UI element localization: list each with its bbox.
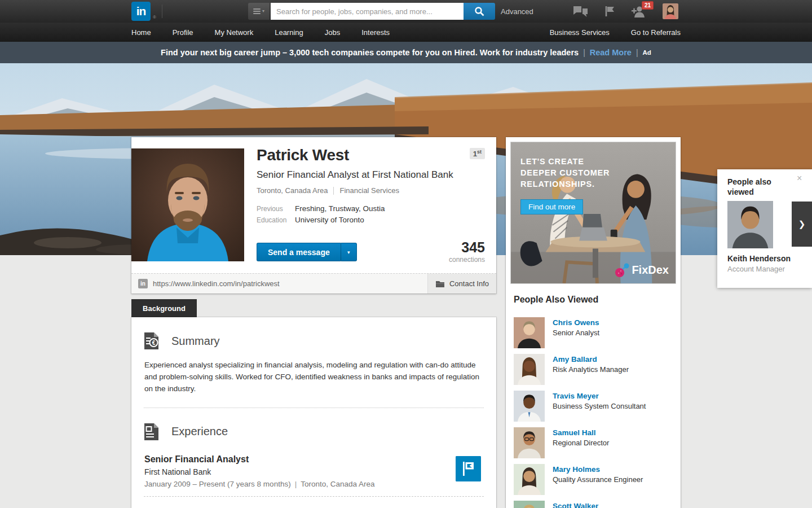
messages-button[interactable]	[573, 6, 588, 17]
person-name[interactable]: Mary Holmes	[553, 465, 643, 474]
profile-facts: Previous Freshing, Trustway, Oustia Educ…	[257, 204, 489, 224]
nav-my-network[interactable]: My Network	[215, 28, 254, 37]
popup-next-button[interactable]: ❯	[792, 202, 812, 247]
nav-business-services[interactable]: Business Services	[550, 28, 610, 37]
search-input[interactable]	[271, 3, 464, 20]
read-more-link[interactable]: Read More	[590, 48, 632, 57]
send-message-dropdown[interactable]: ▾	[341, 243, 357, 261]
people-also-viewed-list: Chris Owens Senior Analyst Amy Ballard R…	[514, 317, 673, 508]
person-title: Quality Assurance Engineer	[553, 475, 643, 484]
person-photo[interactable]	[514, 427, 545, 458]
list-item: Scott Walker	[514, 501, 673, 508]
person-text: Scott Walker	[553, 501, 598, 508]
connections-count: 345	[449, 240, 485, 255]
previous-value[interactable]: Freshing, Trustway, Oustia	[295, 204, 385, 213]
person-name[interactable]: Chris Owens	[553, 318, 599, 327]
advanced-search-link[interactable]: Advanced	[501, 7, 533, 16]
summary-title: Summary	[171, 335, 220, 348]
person-title: Risk Analytics Manager	[553, 365, 629, 374]
background-card-body: € Summary Experienced analyst specializi…	[131, 317, 496, 508]
search-button[interactable]	[464, 3, 495, 20]
experience-job-title[interactable]: Senior Financial Analyst	[144, 454, 484, 465]
profile-location[interactable]: Toronto, Canada Area	[257, 186, 328, 195]
person-name[interactable]: Amy Ballard	[553, 355, 629, 364]
experience-company[interactable]: First National Bank	[144, 467, 484, 476]
search-category-dropdown[interactable]: ▾	[248, 3, 270, 20]
contact-info-button[interactable]: Contact Info	[427, 274, 496, 294]
linkedin-mini-icon: in	[138, 279, 148, 288]
ad-cta-button[interactable]: Find out more	[520, 199, 583, 214]
divider	[333, 187, 334, 195]
sponsored-ad[interactable]: LET'S CREATE DEEPER CUSTOMER RELATIONSHI…	[510, 142, 676, 284]
nav-home[interactable]: Home	[131, 28, 151, 37]
section-divider	[144, 408, 484, 408]
promo-banner: Find your next big career jump – 3,000 t…	[0, 42, 812, 63]
popup-person-name[interactable]: Keith Henderson	[727, 254, 791, 263]
send-message-button[interactable]: Send a message	[257, 243, 341, 261]
person-photo[interactable]	[514, 464, 545, 495]
profile-url-row: in https://www.linkedin.com/in/patrickwe…	[131, 273, 496, 294]
entry-divider	[144, 496, 484, 497]
person-photo[interactable]	[514, 354, 545, 385]
fixdex-logo-icon	[615, 262, 630, 278]
education-value[interactable]: University of Toronto	[295, 216, 364, 224]
person-name[interactable]: Travis Meyer	[553, 392, 646, 400]
top-icons: 21	[573, 0, 678, 23]
nav-learning[interactable]: Learning	[275, 28, 303, 37]
promo-text: Find your next big career jump – 3,000 t…	[161, 48, 579, 57]
ad-brand-name: FixDex	[632, 264, 669, 277]
previous-label: Previous	[257, 204, 295, 213]
right-rail: LET'S CREATE DEEPER CUSTOMER RELATIONSHI…	[506, 137, 681, 508]
profile-info: Patrick West Senior Financial Analyst at…	[257, 146, 489, 224]
nav-go-to-referrals[interactable]: Go to Referrals	[631, 28, 681, 37]
list-item: Amy Ballard Risk Analytics Manager	[514, 354, 673, 385]
person-name[interactable]: Samuel Hall	[553, 428, 609, 437]
search-area: ▾	[248, 3, 495, 20]
connections-block: 345 connections	[449, 240, 485, 264]
divider	[162, 5, 162, 18]
ad-brand: FixDex	[615, 262, 669, 278]
list-item: Samuel Hall Regional Director	[514, 427, 673, 458]
flag-button[interactable]	[604, 6, 615, 17]
nav-profile[interactable]: Profile	[173, 28, 193, 37]
person-photo[interactable]	[514, 501, 545, 508]
add-connections-button[interactable]: 21	[632, 6, 646, 17]
folder-icon	[435, 280, 445, 288]
previous-row: Previous Freshing, Trustway, Oustia	[257, 204, 489, 213]
person-text: Samuel Hall Regional Director	[553, 427, 609, 458]
background-section: Background € Summary Experienced analyst…	[131, 299, 496, 508]
people-also-viewed-heading: People Also Viewed	[514, 295, 598, 305]
people-also-viewed-popup: People also viewed × ❯ Keith Henderson A…	[717, 169, 812, 288]
person-text: Travis Meyer Business System Consultant	[553, 391, 646, 422]
summary-header: € Summary	[144, 332, 496, 350]
person-photo[interactable]	[514, 391, 545, 422]
tab-background[interactable]: Background	[131, 299, 197, 317]
popup-person-photo[interactable]	[727, 201, 773, 248]
experience-doc-icon	[144, 423, 159, 441]
divider: |	[636, 48, 638, 57]
person-title: Senior Analyst	[553, 329, 599, 337]
divider: |	[583, 48, 585, 57]
flag-logo-icon	[456, 456, 481, 481]
person-title: Business System Consultant	[553, 402, 646, 410]
svg-text:€: €	[152, 340, 156, 346]
profile-url[interactable]: https://www.linkedin.com/in/patrickwest	[153, 279, 280, 288]
education-label: Education	[257, 216, 295, 224]
nav-jobs[interactable]: Jobs	[325, 28, 340, 37]
profile-industry[interactable]: Financial Services	[339, 186, 399, 195]
ad-headline: LET'S CREATE DEEPER CUSTOMER RELATIONSHI…	[520, 156, 610, 190]
education-row: Education University of Toronto	[257, 216, 489, 224]
company-logo[interactable]	[456, 456, 481, 481]
account-avatar[interactable]	[663, 3, 678, 19]
close-icon[interactable]: ×	[797, 173, 802, 183]
profile-card: 1st	[131, 137, 496, 294]
nav-interests[interactable]: Interests	[361, 28, 390, 37]
experience-title: Experience	[171, 425, 228, 438]
ad-label: Ad	[643, 49, 651, 56]
contact-info-label: Contact Info	[449, 279, 489, 288]
person-name[interactable]: Scott Walker	[553, 502, 598, 508]
profile-photo[interactable]	[131, 148, 244, 261]
linkedin-logo[interactable]: in	[131, 2, 151, 21]
person-text: Mary Holmes Quality Assurance Engineer	[553, 464, 643, 495]
person-photo[interactable]	[514, 317, 545, 348]
